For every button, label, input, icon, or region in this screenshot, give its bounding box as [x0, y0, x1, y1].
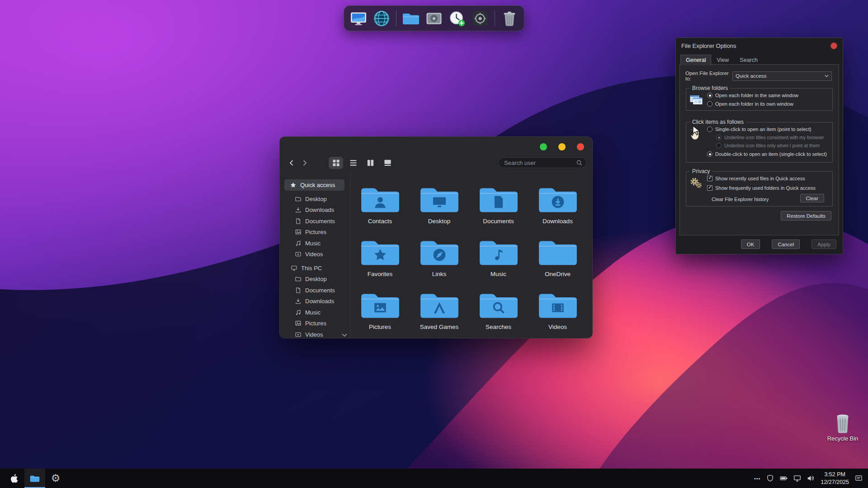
- ok-button[interactable]: OK: [741, 239, 760, 249]
- system-tray: ••• 3:52 PM 12/27/2025: [754, 469, 868, 488]
- pictures-icon: [295, 320, 302, 327]
- radio-own-window[interactable]: Open each folder in its own window: [707, 101, 793, 107]
- dropdown-value: Quick access: [736, 73, 766, 79]
- sidebar-item-downloads[interactable]: Downloads: [280, 205, 350, 216]
- videos-icon: [295, 331, 302, 338]
- folder-tile-links[interactable]: Links: [410, 233, 469, 286]
- apply-button[interactable]: Apply: [811, 239, 836, 249]
- settings-dial-icon[interactable]: [470, 9, 490, 28]
- folder-tile-searches[interactable]: Searches: [469, 286, 528, 338]
- folder-tile-desktop[interactable]: Desktop: [410, 180, 469, 233]
- sidebar-item-label: Documents: [305, 287, 335, 294]
- explorer-body: Quick access Desktop Downloads Documents…: [280, 172, 592, 338]
- window-titlebar[interactable]: [280, 137, 592, 153]
- network-globe-icon[interactable]: [372, 9, 392, 28]
- folder-tile-videos[interactable]: Videos: [528, 286, 587, 338]
- trash-icon[interactable]: [500, 9, 519, 28]
- radio-single-click[interactable]: Single-click to open an item (point to s…: [707, 127, 811, 132]
- maximize-button[interactable]: [540, 143, 547, 150]
- sidebar-item-pc-pictures[interactable]: Pictures: [280, 318, 350, 329]
- sidebar-item-pc-downloads[interactable]: Downloads: [280, 296, 350, 307]
- download-circle-icon: [550, 195, 565, 210]
- checkbox-icon: [707, 176, 712, 181]
- display-icon[interactable]: [349, 9, 368, 28]
- checkbox-recent-files[interactable]: Show recently used files in Quick access: [707, 176, 805, 181]
- magnifier-icon: [491, 300, 506, 315]
- battery-icon[interactable]: [780, 474, 788, 482]
- dock-separator: [495, 11, 495, 26]
- action-center-icon[interactable]: [855, 474, 863, 482]
- volume-icon[interactable]: [807, 474, 815, 482]
- minimize-button[interactable]: [558, 143, 566, 150]
- checkbox-frequent-folders[interactable]: Show frequently used folders in Quick ac…: [707, 185, 816, 191]
- clear-button[interactable]: Clear: [800, 194, 824, 202]
- restore-defaults-button[interactable]: Restore Defaults: [781, 211, 831, 221]
- cancel-button[interactable]: Cancel: [772, 239, 800, 249]
- recycle-bin[interactable]: Recycle Bin: [824, 412, 862, 442]
- document-icon: [295, 218, 302, 225]
- shield-icon[interactable]: [766, 474, 774, 482]
- column-view-button[interactable]: [363, 157, 377, 169]
- settings-taskbar-button[interactable]: ⚙: [45, 469, 66, 488]
- sidebar-item-music[interactable]: Music: [280, 238, 350, 249]
- clock-add-icon[interactable]: [447, 9, 467, 28]
- radio-underline-browser[interactable]: Underline icon titles consistent with my…: [716, 135, 824, 140]
- back-button[interactable]: [285, 156, 298, 169]
- hidden-icons-button[interactable]: •••: [754, 476, 761, 481]
- computer-icon: [291, 265, 297, 272]
- tab-general[interactable]: General: [680, 55, 711, 66]
- gallery-view-button[interactable]: [380, 157, 395, 169]
- radio-same-window[interactable]: Open each folder in the same window: [707, 93, 798, 98]
- sidebar-item-pc-videos[interactable]: Videos: [280, 329, 350, 338]
- sidebar-item-quick-access[interactable]: Quick access: [284, 179, 344, 191]
- dialog-close-button[interactable]: [830, 42, 837, 49]
- radio-underline-point[interactable]: Underline icon titles only when I point …: [716, 143, 820, 148]
- network-icon[interactable]: [793, 474, 801, 482]
- sidebar-item-label: Downloads: [305, 298, 334, 305]
- file-explorer-taskbar-button[interactable]: [24, 469, 45, 488]
- sidebar-item-label: Videos: [305, 251, 323, 258]
- sidebar-item-documents[interactable]: Documents: [280, 216, 350, 227]
- compass-icon: [432, 248, 447, 263]
- folder-tile-pictures[interactable]: Pictures: [350, 286, 410, 338]
- folder-icon[interactable]: [401, 9, 421, 28]
- sidebar-item-pictures[interactable]: Pictures: [280, 227, 350, 238]
- monitor-icon: [432, 195, 447, 210]
- radio-icon: [716, 143, 722, 148]
- disk-icon[interactable]: [424, 9, 444, 28]
- radio-double-click[interactable]: Double-click to open an item (single-cli…: [707, 151, 827, 157]
- sidebar-item-pc-documents[interactable]: Documents: [280, 285, 350, 296]
- sidebar-item-label: This PC: [301, 265, 322, 272]
- sidebar-item-videos[interactable]: Videos: [280, 249, 350, 260]
- column-view-icon: [366, 159, 375, 167]
- open-to-dropdown[interactable]: Quick access: [732, 71, 832, 81]
- folder-tile-contacts[interactable]: Contacts: [350, 180, 410, 233]
- taskbar-clock[interactable]: 3:52 PM 12/27/2025: [821, 471, 849, 486]
- folder-tile-onedrive[interactable]: OneDrive: [528, 233, 587, 286]
- sidebar-item-label: Downloads: [305, 206, 334, 213]
- folder-tile-documents[interactable]: Documents: [469, 180, 528, 233]
- sidebar-item-pc-desktop[interactable]: Desktop: [280, 274, 350, 285]
- taskbar-time: 3:52 PM: [821, 471, 849, 478]
- grid-view-button[interactable]: [329, 157, 343, 169]
- folder-tile-music[interactable]: Music: [469, 233, 528, 286]
- apple-menu-icon: [10, 474, 18, 483]
- tab-search[interactable]: Search: [734, 55, 763, 66]
- sidebar-item-desktop[interactable]: Desktop: [280, 193, 350, 205]
- apple-menu-button[interactable]: [4, 469, 24, 488]
- search-input[interactable]: [504, 160, 576, 166]
- forward-button[interactable]: [298, 156, 311, 169]
- sidebar-item-this-pc[interactable]: This PC: [280, 263, 350, 274]
- sidebar-scroll-down-icon[interactable]: [341, 333, 348, 337]
- list-view-button[interactable]: [346, 157, 360, 169]
- folder-tile-favorites[interactable]: Favorites: [350, 233, 410, 286]
- sidebar-item-label: Videos: [305, 331, 323, 338]
- settings-gear-icon: ⚙: [51, 473, 61, 483]
- search-icon: [576, 160, 583, 166]
- folder-tile-downloads[interactable]: Downloads: [528, 180, 587, 233]
- sidebar-item-pc-music[interactable]: Music: [280, 307, 350, 318]
- close-button[interactable]: [577, 143, 584, 150]
- search-box[interactable]: [498, 157, 587, 168]
- folder-tile-saved-games[interactable]: Saved Games: [410, 286, 469, 338]
- tab-view[interactable]: View: [711, 55, 734, 66]
